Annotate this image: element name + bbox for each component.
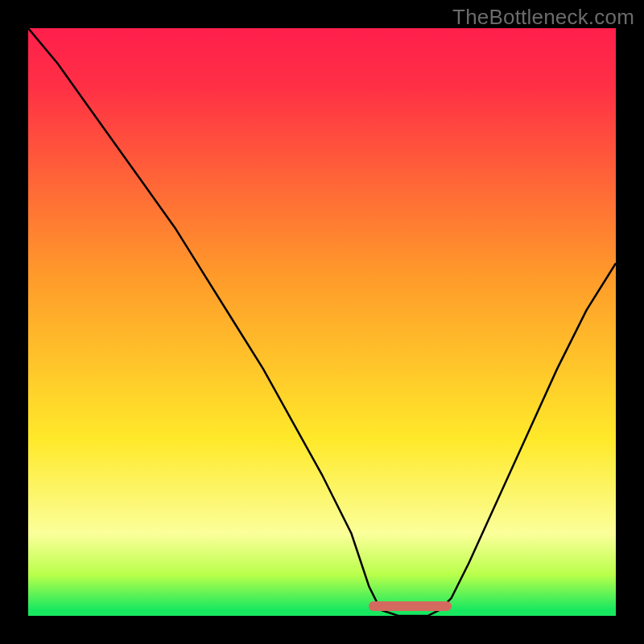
optimal-range-marker <box>369 601 451 611</box>
plot-area <box>28 28 616 616</box>
watermark-text: TheBottleneck.com <box>452 5 634 30</box>
bottleneck-curve <box>28 28 616 616</box>
chart-frame: TheBottleneck.com <box>0 0 644 644</box>
curve-path <box>28 28 616 616</box>
